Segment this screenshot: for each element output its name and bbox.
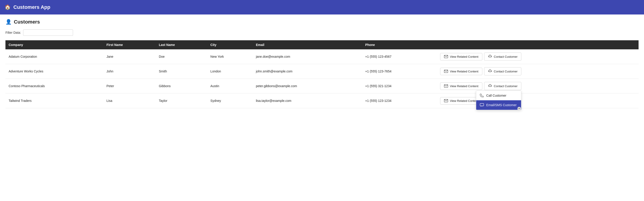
table-row: Tailwind Traders Lisa Taylor Sydney lisa… xyxy=(6,93,638,108)
table-row: Adventure Works Cycles John Smith London… xyxy=(6,64,638,79)
cell-phone: +1 (555) 321-1234 xyxy=(362,79,437,93)
cell-actions: View Related Content Contact Customer xyxy=(437,79,638,93)
cell-phone: +1 (555) 123-7654 xyxy=(362,64,437,79)
page-content: 👤 Customers Filter Data: Company First N… xyxy=(0,14,644,201)
cell-first-name: John xyxy=(104,64,156,79)
cell-email: jane.doe@example.com xyxy=(252,49,362,64)
contact-dropdown-container: Contact Customer Call Customer xyxy=(484,82,522,90)
col-first-name: First Name xyxy=(104,40,156,49)
col-last-name: Last Name xyxy=(156,40,207,49)
contact-customer-button[interactable]: Contact Customer xyxy=(484,67,522,75)
home-icon: 🏠 xyxy=(4,4,11,10)
cell-company: Adventure Works Cycles xyxy=(6,64,104,79)
app-header: 🏠 Customers App xyxy=(0,0,644,14)
cell-company: Contoso Pharmaceuticals xyxy=(6,79,104,93)
actions-cell: View Related Content Contact Customer xyxy=(440,97,636,105)
cell-email: john.smith@example.com xyxy=(252,64,362,79)
cell-first-name: Peter xyxy=(104,79,156,93)
col-actions xyxy=(437,40,638,49)
envelope-icon xyxy=(444,84,448,88)
cell-actions: View Related Content Contact Customer xyxy=(437,49,638,64)
contact-customer-button[interactable]: Contact Customer xyxy=(484,82,522,90)
cell-actions: View Related Content Contact Customer xyxy=(437,93,638,108)
cell-phone: +1 (555) 123-4567 xyxy=(362,49,437,64)
cell-last-name: Taylor xyxy=(156,93,207,108)
contact-customer-button[interactable]: Contact Customer xyxy=(484,52,522,61)
cell-company: Tailwind Traders xyxy=(6,93,104,108)
view-related-button[interactable]: View Related Content xyxy=(440,68,482,75)
table-row: Adatum Corporation Jane Doe New York jan… xyxy=(6,49,638,64)
filter-row: Filter Data: xyxy=(6,29,638,36)
cell-city: New York xyxy=(207,49,253,64)
email-sms-label: Email/SMS Customer xyxy=(486,103,516,107)
table-body: Adatum Corporation Jane Doe New York jan… xyxy=(6,49,638,108)
cell-last-name: Smith xyxy=(156,64,207,79)
call-customer-label: Call Customer xyxy=(486,94,506,97)
page-title: Customers xyxy=(14,19,40,25)
cursor-icon: 🖱️ xyxy=(516,107,521,110)
cell-first-name: Lisa xyxy=(104,93,156,108)
col-city: City xyxy=(207,40,253,49)
phone-icon xyxy=(480,93,484,98)
filter-label: Filter Data: xyxy=(6,31,21,34)
actions-cell: View Related Content Contact Customer xyxy=(440,52,636,61)
headset-icon xyxy=(488,69,492,73)
svg-rect-12 xyxy=(480,103,484,106)
headset-icon xyxy=(488,84,492,88)
cell-city: Sydney xyxy=(207,93,253,108)
app-title: Customers App xyxy=(14,4,50,10)
cell-city: Austin xyxy=(207,79,253,93)
cell-email: peter.gibbons@example.com xyxy=(252,79,362,93)
col-email: Email xyxy=(252,40,362,49)
cell-company: Adatum Corporation xyxy=(6,49,104,64)
data-table: Company First Name Last Name City Email … xyxy=(6,40,638,108)
cell-phone: +1 (555) 123-1234 xyxy=(362,93,437,108)
dropdown-call-customer[interactable]: Call Customer xyxy=(476,91,521,100)
page-heading: 👤 Customers xyxy=(6,19,638,25)
view-related-button[interactable]: View Related Content xyxy=(440,53,482,60)
table-row: Contoso Pharmaceuticals Peter Gibbons Au… xyxy=(6,79,638,93)
col-phone: Phone xyxy=(362,40,437,49)
chat-icon xyxy=(480,103,484,107)
cell-email: lisa.taylor@example.com xyxy=(252,93,362,108)
actions-cell: View Related Content Contact Customer xyxy=(440,67,636,75)
table-header-row: Company First Name Last Name City Email … xyxy=(6,40,638,49)
actions-cell: View Related Content Contact Customer xyxy=(440,82,636,90)
envelope-icon xyxy=(444,55,448,58)
view-related-button[interactable]: View Related Content xyxy=(440,82,482,90)
customers-icon: 👤 xyxy=(6,19,12,25)
headset-icon xyxy=(488,54,492,59)
envelope-icon xyxy=(444,70,448,73)
cell-last-name: Doe xyxy=(156,49,207,64)
col-company: Company xyxy=(6,40,104,49)
cell-city: London xyxy=(207,64,253,79)
cell-last-name: Gibbons xyxy=(156,79,207,93)
cell-actions: View Related Content Contact Customer xyxy=(437,64,638,79)
envelope-icon xyxy=(444,99,448,102)
dropdown-email-sms-customer[interactable]: Email/SMS Customer 🖱️ xyxy=(476,100,521,110)
filter-input[interactable] xyxy=(23,29,73,36)
cell-first-name: Jane xyxy=(104,49,156,64)
table-header: Company First Name Last Name City Email … xyxy=(6,40,638,49)
contact-dropdown-menu: Call Customer Email/SMS Customer 🖱️ xyxy=(476,91,521,110)
